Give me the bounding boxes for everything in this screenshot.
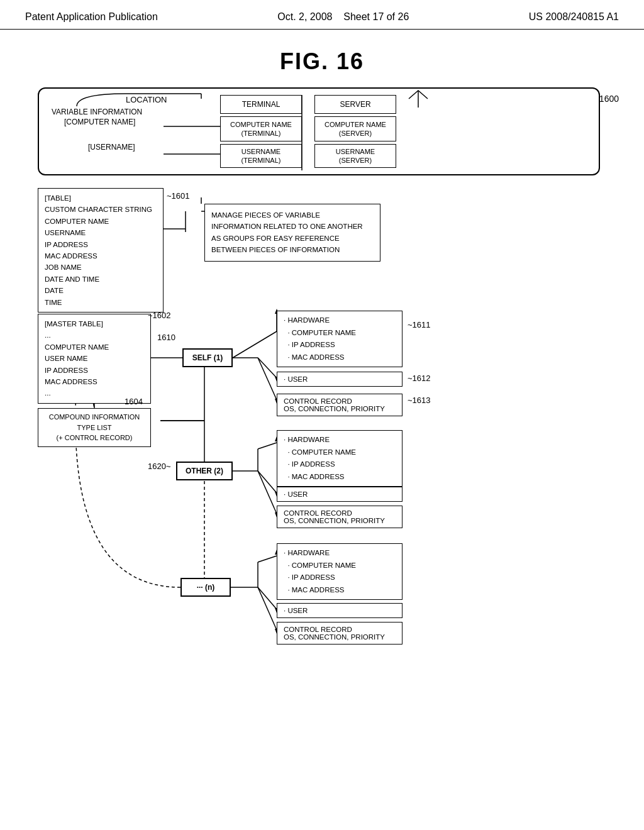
label-1600: 1600 [599, 94, 619, 104]
label-1604: 1604 [125, 397, 143, 406]
header-right: US 2008/240815 A1 [529, 11, 619, 23]
un-server-box: USERNAME(SERVER) [314, 144, 396, 168]
hw-item: · IP ADDRESS [284, 572, 396, 584]
n-hw-box: · HARDWARE · COMPUTER NAME · IP ADDRESS … [277, 543, 402, 600]
n-user-text: · USER [284, 607, 308, 614]
header-date: Oct. 2, 2008 [277, 11, 332, 22]
svg-line-16 [258, 358, 277, 400]
compound-box: COMPOUND INFORMATION TYPE LIST (+ CONTRO… [38, 408, 151, 447]
hw-item: · COMPUTER NAME [284, 446, 396, 459]
username-bracket: [USERNAME] [88, 143, 135, 152]
master-table-item: IP ADDRESS [45, 365, 144, 376]
table-list-item: DATE AND TIME [45, 274, 157, 285]
other-ctrl-box: CONTROL RECORDOS, CONNECTION, PRIORITY [277, 506, 402, 528]
table-list-item: USERNAME [45, 227, 157, 238]
label-1611: ~1611 [408, 320, 431, 329]
table-list-item: IP ADDRESS [45, 239, 157, 250]
other-user-box: · USER [277, 487, 402, 502]
master-table-item: COMPUTER NAME [45, 341, 144, 353]
other-label: OTHER (2) [186, 467, 223, 475]
table-list-item: [TABLE] [45, 192, 157, 204]
compound-line: COMPOUND INFORMATION [43, 412, 145, 423]
cn-server-box: COMPUTER NAME(SERVER) [314, 116, 396, 141]
self-hw-box: · HARDWARE · COMPUTER NAME · IP ADDRESS … [277, 311, 402, 367]
computer-name-bracket: [COMPUTER NAME] [64, 118, 135, 126]
self-ctrl-box: CONTROL RECORDOS, CONNECTION, PRIORITY [277, 394, 402, 416]
other-box: OTHER (2) [176, 462, 233, 480]
compound-line: TYPE LIST [43, 423, 145, 433]
master-table-box: [MASTER TABLE] ... COMPUTER NAME USER NA… [38, 314, 151, 404]
hw-item: · IP ADDRESS [284, 339, 396, 351]
hw-item: · HARDWARE [284, 314, 396, 327]
svg-line-31 [258, 471, 277, 493]
hw-item: · HARDWARE [284, 547, 396, 560]
label-1610: 1610 [157, 333, 175, 342]
terminal-header-box: TERMINAL [220, 95, 302, 114]
master-table-item: [MASTER TABLE] [45, 318, 144, 329]
page-header: Patent Application Publication Oct. 2, 2… [0, 0, 644, 30]
svg-line-43 [258, 587, 277, 630]
location-label: LOCATION [126, 95, 167, 104]
table-list-box: [TABLE] CUSTOM CHARACTER STRING COMPUTER… [38, 188, 164, 313]
svg-line-39 [258, 556, 277, 562]
table-list-item: COMPUTER NAME [45, 216, 157, 227]
self-box: SELF (1) [182, 348, 233, 367]
header-sheet: Sheet 17 of 26 [343, 11, 409, 22]
compound-line: (+ CONTROL RECORD) [43, 433, 145, 443]
label-1620: 1620~ [148, 462, 171, 471]
header-center: Oct. 2, 2008 Sheet 17 of 26 [277, 11, 409, 23]
self-user-box: · USER [277, 372, 402, 387]
svg-line-29 [258, 443, 277, 449]
table-list-item: CUSTOM CHARACTER STRING [45, 204, 157, 215]
hw-item: · COMPUTER NAME [284, 560, 396, 572]
hw-item: · HARDWARE [284, 434, 396, 446]
un-terminal-box: USERNAME(TERMINAL) [220, 144, 302, 168]
hw-item: · IP ADDRESS [284, 458, 396, 471]
cn-terminal-box: COMPUTER NAME(TERMINAL) [220, 116, 302, 141]
manage-box: MANAGE PIECES OF VARIABLEINFORMATION REL… [204, 204, 380, 262]
table-list-item: DATE [45, 285, 157, 296]
hw-item: · COMPUTER NAME [284, 327, 396, 340]
location-text: LOCATION [126, 95, 167, 104]
terminal-label: TERMINAL [242, 100, 280, 109]
n-ctrl-box: CONTROL RECORDOS, CONNECTION, PRIORITY [277, 622, 402, 645]
master-table-item: USER NAME [45, 353, 144, 364]
server-header-box: SERVER [314, 95, 396, 114]
hw-item: · MAC ADDRESS [284, 351, 396, 364]
other-hw-box: · HARDWARE · COMPUTER NAME · IP ADDRESS … [277, 430, 402, 487]
n-box: ··· (n) [180, 578, 231, 597]
label-1601: ~1601 [167, 191, 190, 201]
n-user-box: · USER [277, 603, 402, 618]
table-list-item: TIME [45, 297, 157, 308]
manage-text: MANAGE PIECES OF VARIABLEINFORMATION REL… [211, 211, 363, 253]
table-list-item: JOB NAME [45, 262, 157, 273]
label-1613: ~1613 [408, 396, 431, 405]
header-left: Patent Application Publication [25, 11, 158, 23]
self-user-text: · USER [284, 375, 308, 383]
label-1612: ~1612 [408, 374, 431, 383]
hw-item: · MAC ADDRESS [284, 471, 396, 484]
server-label: SERVER [340, 100, 370, 109]
svg-line-41 [258, 587, 277, 609]
hw-item: · MAC ADDRESS [284, 584, 396, 597]
figure-title: FIG. 16 [0, 48, 644, 75]
svg-line-33 [258, 471, 277, 514]
master-table-item: MAC ADDRESS [45, 376, 144, 387]
svg-line-10 [233, 331, 277, 358]
svg-line-14 [258, 358, 277, 378]
table-list-item: MAC ADDRESS [45, 250, 157, 262]
variable-information-label: VARIABLE INFORMATION [52, 108, 142, 116]
master-table-item: ... [45, 329, 144, 341]
label-1602: ~1602 [148, 311, 171, 320]
other-user-text: · USER [284, 490, 308, 498]
diagram-area: 1600 LOCATION VARIABLE INFORMATION [COMP… [25, 87, 619, 811]
